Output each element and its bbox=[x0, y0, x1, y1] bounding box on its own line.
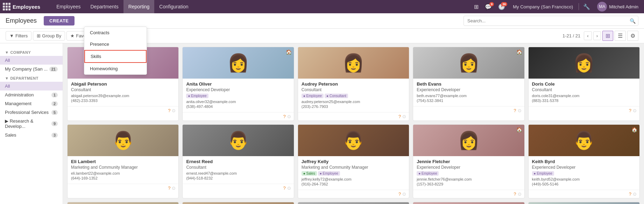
employee-card[interactable]: 👨 Paul Williams Experienced Developer pa… bbox=[298, 202, 409, 204]
question-icon[interactable]: ? bbox=[629, 108, 631, 113]
employee-card[interactable]: 👨 Jeffrey Kelly Marketing and Community … bbox=[298, 124, 409, 198]
nav-employees[interactable]: Employees bbox=[51, 0, 85, 13]
card-photo: 👨 bbox=[298, 125, 409, 156]
wrench-icon-btn[interactable]: 🔧 bbox=[581, 2, 592, 12]
employee-card[interactable]: 👩 Rachel Perry Marketing and Community M… bbox=[413, 202, 524, 204]
employee-email: abigail.peterson39@example.com bbox=[71, 94, 175, 98]
clock-icon[interactable]: ⊙ bbox=[633, 108, 637, 113]
employee-card[interactable]: 👩 Audrey Peterson Consultant ● Employee … bbox=[298, 47, 409, 121]
employee-card[interactable]: 🏠 👩 Anita Oliver Experienced Developer ●… bbox=[182, 47, 294, 121]
company-name[interactable]: My Company (San Francisco) bbox=[509, 4, 576, 9]
dropdown-presence[interactable]: Presence bbox=[84, 38, 147, 50]
sidebar-dept-all[interactable]: All bbox=[0, 82, 63, 90]
card-photo: 👨 bbox=[529, 125, 639, 156]
chat-icon-btn[interactable]: 💬 9 bbox=[483, 2, 494, 12]
dropdown-homeworking[interactable]: Homeworking bbox=[84, 63, 147, 74]
card-body: Anita Oliver Experienced Developer ● Emp… bbox=[183, 79, 293, 112]
card-body: Beth Evans Experienced Developer beth.ev… bbox=[413, 79, 524, 106]
employee-phone: (883)-331-5378 bbox=[532, 99, 636, 103]
dropdown-skills[interactable]: Skills bbox=[84, 50, 147, 63]
search-icon[interactable]: 🔍 bbox=[630, 18, 636, 24]
sidebar-management[interactable]: Management 2 bbox=[0, 99, 63, 108]
question-icon[interactable]: ? bbox=[283, 185, 286, 191]
create-button[interactable]: CREATE bbox=[44, 16, 74, 26]
clock-icon[interactable]: ⊙ bbox=[633, 191, 637, 197]
sidebar-professional[interactable]: Professional Services 5 bbox=[0, 108, 63, 117]
question-icon[interactable]: ? bbox=[514, 108, 516, 113]
search-container: 🔍 bbox=[463, 16, 638, 26]
clock-icon[interactable]: ⊙ bbox=[402, 114, 406, 119]
research-count: 9 bbox=[51, 121, 58, 126]
nav-departments[interactable]: Departments bbox=[85, 0, 123, 13]
groupby-button[interactable]: ⊞ Group By bbox=[33, 31, 65, 41]
card-footer: ? ⊙ bbox=[298, 190, 409, 198]
employee-role: Experienced Developer bbox=[417, 87, 521, 92]
sidebar-sales[interactable]: Sales 3 bbox=[0, 131, 63, 139]
question-icon[interactable]: ? bbox=[398, 114, 401, 119]
question-icon[interactable]: ? bbox=[514, 191, 516, 197]
clock-icon[interactable]: ⊙ bbox=[518, 191, 522, 197]
card-body: Audrey Peterson Consultant ● Employee ● … bbox=[298, 79, 409, 112]
apps-icon-btn[interactable]: ⊞ bbox=[472, 2, 481, 12]
chat-badge: 9 bbox=[489, 2, 494, 6]
employee-phone: (449)-505-5146 bbox=[532, 182, 636, 186]
card-photo: 👩 bbox=[529, 47, 639, 79]
prev-page-button[interactable]: ‹ bbox=[584, 31, 592, 40]
dropdown-contracts[interactable]: Contracts bbox=[84, 27, 147, 38]
clock-icon-btn[interactable]: 🕐 36 bbox=[496, 2, 507, 12]
clock-icon[interactable]: ⊙ bbox=[287, 185, 291, 191]
sidebar-mycompany[interactable]: My Company (San ... 21 bbox=[0, 65, 63, 73]
employee-phone: (157)-363-8229 bbox=[417, 182, 521, 186]
card-body: Ernest Reed Consultant ernest.reed47@exa… bbox=[183, 156, 293, 184]
employee-card[interactable]: 🏠 👨 Keith Byrd Experienced Developer ● E… bbox=[528, 124, 640, 198]
list-view-button[interactable]: ☰ bbox=[615, 31, 626, 41]
clock-icon[interactable]: ⊙ bbox=[172, 185, 176, 191]
search-input[interactable] bbox=[463, 16, 638, 26]
clock-icon[interactable]: ⊙ bbox=[518, 108, 522, 113]
mycompany-count: 21 bbox=[49, 67, 58, 72]
user-menu[interactable]: MA Mitchell Admin bbox=[594, 2, 641, 12]
question-icon[interactable]: ? bbox=[283, 114, 286, 119]
nav-separator bbox=[579, 3, 579, 10]
next-page-button[interactable]: › bbox=[593, 31, 601, 40]
employee-name: Jeffrey Kelly bbox=[302, 159, 405, 164]
nav-reporting[interactable]: Reporting bbox=[123, 0, 155, 13]
employee-card[interactable]: 🏠 👨 Randall Lewis Experienced Developer … bbox=[528, 202, 640, 204]
employee-card[interactable]: 🏠 👩 Jennie Fletcher Experienced Develope… bbox=[413, 124, 524, 198]
card-photo: 👩 bbox=[298, 47, 409, 79]
clock-icon[interactable]: ⊙ bbox=[402, 191, 406, 197]
question-icon[interactable]: ? bbox=[168, 185, 170, 191]
card-footer: ? ⊙ bbox=[413, 190, 524, 198]
settings-view-button[interactable]: ⚙ bbox=[627, 31, 638, 41]
question-icon[interactable]: ? bbox=[629, 191, 631, 197]
filters-button[interactable]: ▼ Filters bbox=[6, 31, 31, 41]
employee-tag: ● Consultant bbox=[325, 94, 348, 98]
sidebar-administration[interactable]: Administration 1 bbox=[0, 90, 63, 99]
clock-icon[interactable]: ⊙ bbox=[172, 108, 176, 113]
employee-role: Consultant bbox=[532, 87, 636, 92]
employee-card[interactable]: 👨 Ernest Reed Consultant ernest.reed47@e… bbox=[182, 124, 294, 198]
employee-card[interactable]: 🏢 👨 Mitchell Admin Chief Executive Offic… bbox=[182, 202, 294, 204]
sidebar-research[interactable]: ▶ Research & Develop... 9 bbox=[0, 117, 63, 131]
grid-view-button[interactable]: ⊞ bbox=[602, 31, 613, 41]
home-icon: 🏠 bbox=[516, 127, 522, 132]
app-logo[interactable]: Employees bbox=[3, 3, 47, 10]
question-icon[interactable]: ? bbox=[168, 108, 170, 113]
clock-icon[interactable]: ⊙ bbox=[287, 114, 291, 119]
employee-card[interactable]: 👨 Eli Lambert Marketing and Community Ma… bbox=[67, 124, 179, 198]
employee-email: ernest.reed47@example.com bbox=[186, 171, 290, 175]
card-tags: ● Employee bbox=[186, 94, 290, 98]
sidebar-company-all[interactable]: All bbox=[0, 56, 63, 65]
employee-card[interactable]: ✈ 👨 Marc Demo Experienced Developer ● Em… bbox=[67, 202, 179, 204]
page-title: Employees bbox=[6, 17, 37, 24]
card-body: Abigail Peterson Consultant abigail.pete… bbox=[68, 79, 178, 106]
question-icon[interactable]: ? bbox=[398, 191, 401, 197]
sales-count: 3 bbox=[51, 133, 58, 138]
nav-configuration[interactable]: Configuration bbox=[154, 0, 193, 13]
app-name: Employees bbox=[13, 4, 40, 10]
company-section-title: ▼ COMPANY bbox=[0, 48, 63, 56]
employee-email: doris.cole31@example.com bbox=[532, 94, 636, 98]
card-body: Keith Byrd Experienced Developer ● Emplo… bbox=[529, 156, 639, 190]
employee-card[interactable]: 👩 Doris Cole Consultant doris.cole31@exa… bbox=[528, 47, 640, 121]
employee-card[interactable]: 🏠 👩 Beth Evans Experienced Developer bet… bbox=[413, 47, 524, 121]
